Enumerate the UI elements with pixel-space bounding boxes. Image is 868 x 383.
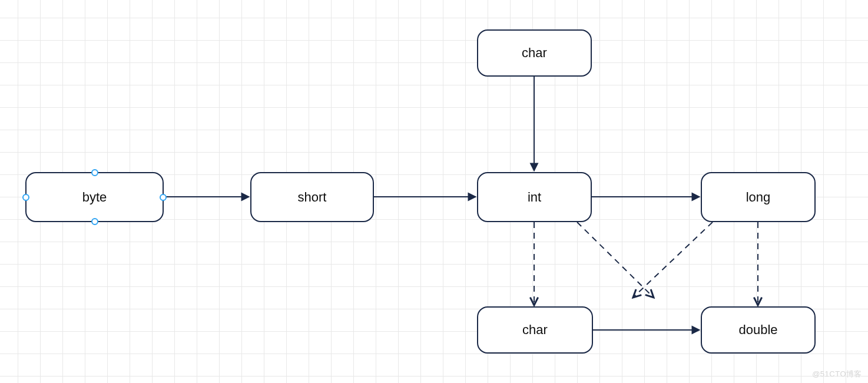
node-label: char [522,322,548,338]
node-label: int [528,190,541,205]
selection-handle-icon[interactable] [91,218,98,225]
selection-handle-icon[interactable] [91,169,98,176]
edge-long-char2 [633,222,713,298]
node-char-top[interactable]: char [477,29,592,77]
node-byte[interactable]: byte [25,172,164,222]
node-double[interactable]: double [701,306,816,354]
node-long[interactable]: long [701,172,816,222]
node-label: byte [82,190,107,205]
node-short[interactable]: short [250,172,374,222]
watermark: @51CTO博客 [812,369,862,379]
node-label: char [522,45,547,61]
selection-handle-icon[interactable] [22,194,29,201]
edge-int-double [577,222,654,298]
node-label: short [298,190,327,205]
diagram-canvas[interactable]: byte short char int long char double [0,0,868,383]
node-label: long [746,190,771,205]
node-label: double [738,322,777,338]
node-char-bottom[interactable]: char [477,306,593,354]
selection-handle-icon[interactable] [160,194,167,201]
node-int[interactable]: int [477,172,592,222]
